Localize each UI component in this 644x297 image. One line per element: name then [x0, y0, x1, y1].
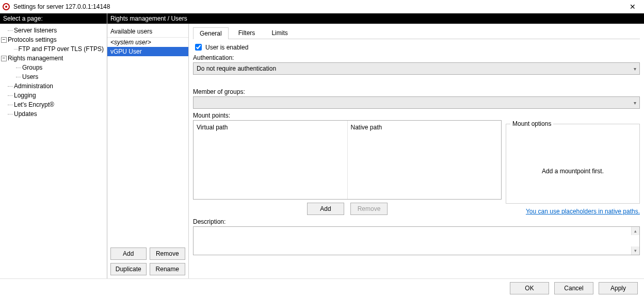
description-label: Description: — [193, 218, 640, 225]
tab-limits[interactable]: Limits — [265, 27, 294, 39]
mount-options-label: Mount options — [510, 120, 553, 127]
content-panel: Rights management / Users Available user… — [107, 13, 644, 278]
mount-add-button[interactable]: Add — [307, 203, 344, 215]
member-groups-select[interactable]: ▾ — [193, 96, 640, 109]
mount-remove-button[interactable]: Remove — [350, 203, 388, 215]
member-groups-label: Member of groups: — [193, 88, 640, 95]
tree-item-server-listeners[interactable]: Server listeners — [1, 26, 106, 35]
tree-item-logging[interactable]: Logging — [1, 91, 106, 100]
mount-points-label: Mount points: — [193, 112, 640, 119]
user-duplicate-button[interactable]: Duplicate — [110, 263, 147, 275]
user-item-vgpu[interactable]: vGPU User — [107, 47, 188, 56]
description-textarea[interactable]: ▴ ▾ — [193, 226, 640, 255]
tree-item-protocols[interactable]: −Protocols settings — [1, 35, 106, 44]
mount-options-msg: Add a mountpoint first. — [510, 168, 635, 175]
user-list[interactable]: <system user> vGPU User — [107, 37, 188, 244]
tree-item-administration[interactable]: Administration — [1, 81, 106, 91]
nav-header: Select a page: — [0, 13, 107, 24]
nav-panel: Select a page: Server listeners −Protoco… — [0, 13, 107, 278]
user-add-button[interactable]: Add — [110, 248, 147, 260]
content-header: Rights management / Users — [107, 13, 644, 24]
main-pane: General Filters Limits User is enabled A… — [189, 24, 644, 278]
tree-item-ftps[interactable]: FTP and FTP over TLS (FTPS) — [1, 44, 106, 54]
collapse-icon[interactable]: − — [1, 37, 7, 43]
apply-button[interactable]: Apply — [599, 282, 638, 294]
mount-table[interactable]: Virtual path Native path — [193, 120, 502, 200]
tabs: General Filters Limits — [193, 27, 640, 39]
user-rename-button[interactable]: Rename — [150, 263, 186, 275]
cancel-button[interactable]: Cancel — [554, 282, 593, 294]
user-remove-button[interactable]: Remove — [150, 248, 186, 260]
tree-item-users[interactable]: Users — [1, 72, 106, 81]
scroll-up-icon[interactable]: ▴ — [631, 227, 639, 235]
mount-options-box: Mount options Add a mountpoint first. — [506, 120, 640, 204]
authentication-label: Authentication: — [193, 54, 640, 61]
tree-item-letsencrypt[interactable]: Let's Encrypt® — [1, 100, 106, 109]
user-enabled-checkbox[interactable]: User is enabled — [193, 42, 640, 52]
scroll-down-icon[interactable]: ▾ — [631, 246, 639, 255]
close-icon[interactable]: ✕ — [623, 0, 642, 13]
tab-filters[interactable]: Filters — [232, 27, 262, 39]
tree-item-rights[interactable]: −Rights management — [1, 54, 106, 63]
collapse-icon[interactable]: − — [1, 56, 7, 61]
app-icon — [2, 3, 10, 11]
user-enabled-input[interactable] — [195, 44, 202, 51]
user-panel-heading: Available users — [107, 24, 188, 37]
user-panel: Available users <system user> vGPU User … — [107, 24, 189, 278]
tree-item-updates[interactable]: Updates — [1, 109, 106, 119]
nav-tree: Server listeners −Protocols settings FTP… — [0, 24, 107, 121]
ok-button[interactable]: OK — [510, 282, 549, 294]
user-item-system[interactable]: <system user> — [107, 38, 188, 47]
tree-item-groups[interactable]: Groups — [1, 63, 106, 72]
chevron-down-icon: ▾ — [634, 100, 636, 106]
chevron-down-icon: ▾ — [634, 66, 636, 72]
tab-general[interactable]: General — [193, 27, 229, 39]
placeholders-link[interactable]: You can use placeholders in native paths… — [506, 208, 640, 215]
authentication-select[interactable]: Do not require authentication ▾ — [193, 62, 640, 75]
window-title: Settings for server 127.0.0.1:14148 — [13, 3, 623, 10]
mount-col-virtual: Virtual path — [194, 121, 348, 199]
titlebar: Settings for server 127.0.0.1:14148 ✕ — [0, 0, 644, 13]
svg-point-1 — [5, 6, 7, 8]
footer: OK Cancel Apply — [0, 278, 644, 297]
mount-col-native: Native path — [348, 121, 502, 199]
